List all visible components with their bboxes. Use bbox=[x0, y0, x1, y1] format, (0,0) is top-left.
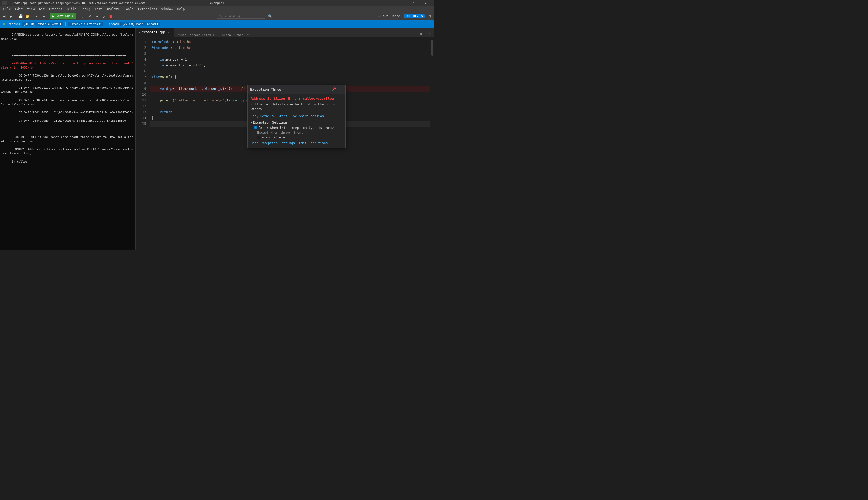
debug-step-into-btn[interactable]: ⤶ bbox=[87, 13, 93, 19]
var-element-size: element_size bbox=[204, 86, 229, 92]
except-when-thrown-label: Except when thrown from: bbox=[257, 131, 303, 134]
except-when-thrown-sub-row: Except when thrown from: bbox=[257, 131, 342, 134]
exception-popup: Exception Thrown 📌 ✕ Address Sanitizer E… bbox=[247, 85, 346, 148]
toolbar-fwd-btn[interactable]: ▶ bbox=[8, 13, 14, 19]
kw-int-7: int bbox=[154, 74, 160, 80]
editor-scrollbar[interactable] bbox=[431, 37, 434, 250]
live-share-button[interactable]: ↗ Live Share bbox=[376, 14, 401, 19]
num-1000: 1000 bbox=[195, 62, 203, 68]
exception-desc: Full error details can be found in the o… bbox=[251, 102, 342, 112]
kw-return: return bbox=[160, 109, 172, 115]
example-exe-checkbox[interactable] bbox=[257, 136, 260, 139]
menu-extensions[interactable]: Extensions bbox=[136, 6, 159, 12]
toolbar-save-btn[interactable]: 💾 bbox=[17, 13, 24, 19]
punct-close-9: ); bbox=[229, 86, 233, 92]
fold-icon-7[interactable]: ▼ bbox=[152, 74, 153, 80]
menu-file[interactable]: File bbox=[1, 6, 13, 12]
menu-test[interactable]: Test bbox=[92, 6, 104, 12]
bottom-link-sep: | bbox=[296, 141, 298, 145]
code-line-6 bbox=[151, 68, 434, 74]
menu-debug[interactable]: Debug bbox=[78, 6, 92, 12]
process-label: Process: bbox=[7, 22, 21, 26]
search-input[interactable] bbox=[217, 14, 265, 19]
terminal-panel[interactable]: C:\MSDN\cpp-docs-pr\docs\c-language\ASAN… bbox=[0, 27, 136, 250]
menu-view[interactable]: View bbox=[25, 6, 37, 12]
maximize-button[interactable]: □ bbox=[408, 0, 420, 6]
pin-icon[interactable]: 📌 bbox=[331, 87, 336, 92]
menu-analyze[interactable]: Analyze bbox=[104, 6, 122, 12]
debug-step-out-btn[interactable]: ⤷ bbox=[93, 13, 100, 19]
str-calloc-returned: "calloc returned: %zu\n" bbox=[175, 98, 224, 103]
toolbar-undo-btn[interactable]: ↩ bbox=[33, 13, 40, 19]
keyword-include-1: #include bbox=[154, 39, 170, 45]
debug-step-over-btn[interactable]: ⤵ bbox=[80, 13, 86, 19]
tab-example1-cpp[interactable]: ● example1.cpp ✕ bbox=[136, 27, 175, 37]
toolbar-back-btn[interactable]: ◀ bbox=[1, 13, 8, 19]
menu-project[interactable]: Project bbox=[47, 6, 65, 12]
miscellaneous-files-label: Miscellaneous Files bbox=[178, 33, 211, 37]
exception-title: Exception Thrown bbox=[250, 88, 283, 91]
debug-restart-btn[interactable]: ↺ bbox=[100, 13, 107, 19]
live-share-session-link[interactable]: Start Live Share session... bbox=[278, 114, 330, 118]
terminal-output: C:\MSDN\cpp-docs-pr\docs\c-language\ASAN… bbox=[1, 29, 134, 168]
break-when-thrown-checkbox[interactable]: ✓ bbox=[254, 126, 257, 129]
code-line-5: int element_size = 1000 ; bbox=[151, 62, 434, 68]
text-cursor bbox=[152, 122, 152, 126]
minimize-button[interactable]: ─ bbox=[395, 0, 408, 6]
debug-sep-2 bbox=[105, 22, 105, 26]
exception-bottom-links: Open Exception Settings | Edit Condition… bbox=[251, 141, 342, 145]
var-p-11: p bbox=[243, 98, 245, 103]
code-line-1: ▼ #include <stdio.h> bbox=[151, 39, 434, 45]
menu-tools[interactable]: Tools bbox=[122, 6, 136, 12]
num-zero: 0 bbox=[172, 109, 175, 115]
menu-help[interactable]: Help bbox=[175, 6, 187, 12]
copy-details-link[interactable]: Copy Details bbox=[251, 114, 274, 118]
continue-dropdown-icon: ▼ bbox=[72, 15, 73, 17]
exception-body: Address Sanitizer Error: calloc-overflow… bbox=[247, 94, 345, 148]
menu-git[interactable]: Git bbox=[37, 6, 47, 12]
thread-dropdown[interactable]: [22260] Main Thread ▼ bbox=[120, 22, 160, 26]
exception-settings-header[interactable]: ▼ Exception Settings bbox=[251, 121, 342, 124]
punct-paren-7: () { bbox=[168, 74, 177, 80]
open-exception-settings-link[interactable]: Open Exception Settings bbox=[251, 141, 295, 145]
tab-close-btn[interactable]: ✕ bbox=[167, 30, 171, 34]
global-scope-label: (Global Scope) bbox=[220, 33, 245, 37]
editor-scrollbar-thumb[interactable] bbox=[431, 39, 433, 56]
main-layout: C:\MSDN\cpp-docs-pr\docs\c-language\ASAN… bbox=[0, 27, 434, 250]
debug-stop-btn[interactable]: ■ bbox=[108, 13, 114, 19]
menu-edit[interactable]: Edit bbox=[13, 6, 25, 12]
toolbar-redo-btn[interactable]: ↪ bbox=[41, 13, 47, 19]
toolbar-open-btn[interactable]: 📂 bbox=[24, 13, 31, 19]
exception-settings-label: Exception Settings bbox=[253, 121, 288, 124]
global-scope-dropdown-icon[interactable]: ▼ bbox=[247, 34, 248, 36]
process-dropdown[interactable]: [38840] example1.exe ▼ bbox=[22, 22, 63, 26]
code-line-3 bbox=[151, 51, 434, 57]
editor-area[interactable]: 1 2 3 4 5 6 7 8 9 10 11 12 13 14 15 ▼ bbox=[136, 37, 434, 250]
continue-label: Continue bbox=[55, 14, 71, 18]
exception-close-icon[interactable]: ✕ bbox=[337, 87, 343, 92]
punct-cast-close-11: ) bbox=[241, 98, 243, 103]
debug-pause-icon: ⏸ bbox=[2, 22, 5, 26]
editor-options-icon[interactable]: ⋯ bbox=[426, 31, 432, 37]
continue-button[interactable]: ▶ Continue ▼ bbox=[50, 13, 76, 19]
exception-error-title: Address Sanitizer Error: calloc-overflow bbox=[251, 96, 342, 100]
fold-icon-1[interactable]: ▼ bbox=[152, 39, 153, 45]
settings-gear-icon[interactable]: ⚙ bbox=[427, 13, 433, 19]
lifecycle-label: Lifecycle Events bbox=[70, 22, 98, 26]
edit-conditions-link[interactable]: Edit Conditions bbox=[299, 141, 327, 145]
num-neg1: -1 bbox=[183, 57, 187, 62]
example-exe-row: example1.exe bbox=[257, 136, 342, 139]
search-icon[interactable]: 🔍 bbox=[267, 13, 273, 19]
break-when-thrown-row: ✓ Break when this exception type is thro… bbox=[254, 126, 342, 130]
toolbar-right: ↗ Live Share INT PREVIEW ⚙ bbox=[376, 13, 433, 19]
title-bar-controls: ─ □ ✕ bbox=[395, 0, 432, 6]
tab-bar: ● example1.cpp ✕ Miscellaneous Files ▼ ›… bbox=[136, 27, 434, 37]
split-editor-icon[interactable]: ⊞ bbox=[418, 31, 425, 37]
code-line-7: ▼ int main () { bbox=[151, 74, 434, 80]
int-preview-badge: INT PREVIEW bbox=[404, 14, 425, 18]
close-button[interactable]: ✕ bbox=[420, 0, 432, 6]
lifecycle-events-dropdown[interactable]: Lifecycle Events ▼ bbox=[68, 22, 103, 26]
miscellaneous-dropdown-icon[interactable]: ▼ bbox=[213, 34, 214, 36]
menu-window[interactable]: Window bbox=[159, 6, 175, 12]
menu-build[interactable]: Build bbox=[65, 6, 78, 12]
